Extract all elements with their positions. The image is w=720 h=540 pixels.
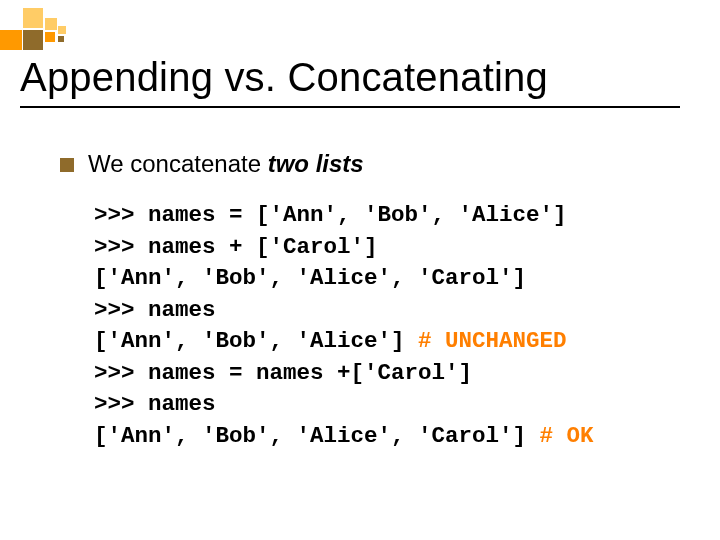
code-comment: # OK (540, 423, 594, 449)
bullet-item: We concatenate two lists (60, 150, 690, 178)
svg-rect-5 (58, 26, 66, 34)
slide-body: We concatenate two lists >>> names = ['A… (60, 150, 690, 452)
code-line: ['Ann', 'Bob', 'Alice'] (94, 328, 418, 354)
bullet-text: We concatenate two lists (88, 150, 364, 178)
code-line: ['Ann', 'Bob', 'Alice', 'Carol'] (94, 423, 540, 449)
code-line: >>> names = names +['Carol'] (94, 360, 472, 386)
square-bullet-icon (60, 158, 74, 172)
code-line: >>> names + ['Carol'] (94, 234, 378, 260)
svg-rect-4 (45, 32, 55, 42)
slide: Appending vs. Concatenating We concatena… (0, 0, 720, 540)
code-line: >>> names = ['Ann', 'Bob', 'Alice'] (94, 202, 567, 228)
code-line: ['Ann', 'Bob', 'Alice', 'Carol'] (94, 265, 526, 291)
svg-rect-3 (45, 18, 57, 30)
svg-rect-1 (23, 8, 43, 28)
title-block: Appending vs. Concatenating (20, 55, 700, 108)
svg-rect-6 (58, 36, 64, 42)
code-line: >>> names (94, 391, 216, 417)
code-line: >>> names (94, 297, 216, 323)
svg-rect-0 (0, 30, 22, 50)
code-comment: # UNCHANGED (418, 328, 567, 354)
slide-title: Appending vs. Concatenating (20, 55, 700, 100)
bullet-prefix: We concatenate (88, 150, 268, 177)
title-underline (20, 106, 680, 108)
code-block: >>> names = ['Ann', 'Bob', 'Alice'] >>> … (94, 200, 690, 452)
corner-squares-icon (0, 8, 190, 50)
bullet-emph: two lists (268, 150, 364, 177)
svg-rect-2 (23, 30, 43, 50)
